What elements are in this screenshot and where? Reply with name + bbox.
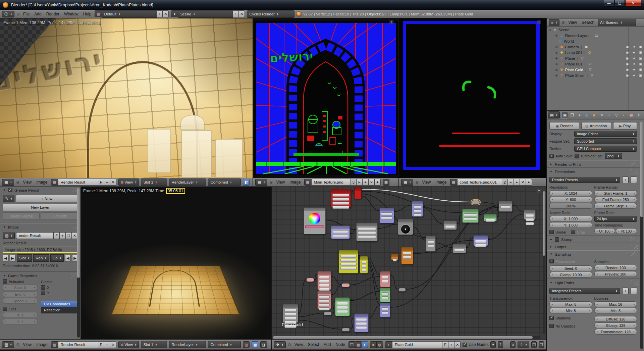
fake-user-button[interactable]: F: [98, 179, 104, 186]
panel-output[interactable]: ►Output: [547, 243, 640, 250]
outliner[interactable]: ≡ ▲▼ ⊖ View Search All Scenes▲▼ ⊖ ● Scen…: [547, 18, 644, 111]
node[interactable]: [306, 278, 314, 282]
outliner-item-plane[interactable]: ⊕ ▽ Plane | ▽ ◉ ➤ ▣: [547, 55, 644, 61]
checkbox-checked-icon[interactable]: [463, 343, 467, 347]
remove-preset-button[interactable]: −: [631, 177, 637, 183]
border-checkbox[interactable]: [549, 230, 554, 234]
remap-new-slider[interactable]: N: 100: [616, 228, 637, 234]
stamp-checkbox[interactable]: [555, 237, 559, 242]
renderable-camera-icon[interactable]: ▣: [637, 62, 644, 66]
tiles-toggle[interactable]: Tiles: [3, 307, 38, 311]
uv-coordinates-option[interactable]: UV Coordinates: [41, 301, 78, 307]
node[interactable]: [356, 222, 378, 241]
crop-checkbox[interactable]: [571, 230, 575, 234]
new-material-button[interactable]: +: [448, 341, 454, 348]
transmission-slider[interactable]: Transmission: 128: [594, 329, 637, 335]
image-editor-render[interactable]: ירושלים Frame:1 Mem:138.29M, Peak: 147.2…: [0, 18, 253, 187]
node[interactable]: [462, 209, 479, 223]
menu-select[interactable]: Select: [307, 342, 320, 347]
image-icon[interactable]: ▦: [51, 341, 58, 348]
node[interactable]: [324, 312, 332, 315]
tab-render-layers-icon[interactable]: ❐: [569, 112, 576, 118]
expand-icon[interactable]: ⊕: [555, 51, 558, 54]
material-name-field[interactable]: Plate Gold: [392, 341, 442, 348]
fake-user-button[interactable]: F: [442, 341, 448, 348]
menu-add[interactable]: Add: [33, 12, 43, 16]
users-count[interactable]: 2: [502, 179, 508, 186]
node[interactable]: [354, 187, 362, 199]
render-presets-select[interactable]: Render Presets▲▼: [549, 177, 620, 183]
tab-render-icon[interactable]: ▣: [561, 112, 568, 118]
node[interactable]: [360, 256, 368, 273]
pin-icon[interactable]: ✦: [526, 179, 532, 186]
expand-icon[interactable]: ⊕: [555, 34, 558, 37]
aspect-x-slider[interactable]: X: 1.000: [549, 216, 592, 221]
next-slot-button[interactable]: ▶: [10, 255, 15, 261]
minimize-button[interactable]: —: [604, 0, 614, 7]
region-plus-icon[interactable]: +: [537, 20, 541, 24]
panel-light-paths[interactable]: ▼Light Paths: [547, 279, 640, 286]
clamp-slider[interactable]: Clamp: 10.00: [549, 272, 592, 278]
snap-magnet-icon[interactable]: ∪: [510, 341, 516, 348]
checkbox-checked-icon[interactable]: [549, 316, 554, 320]
image-editor-render-preview[interactable]: Frame:1 Mem:138.29M, Peak: 147.29M Time:…: [81, 187, 271, 340]
pencil-source-select[interactable]: ✎▲▼: [3, 195, 14, 202]
tab-object-data-icon[interactable]: ▽: [613, 112, 620, 118]
channel-display-icon[interactable]: ◨: [260, 341, 267, 348]
image-icon[interactable]: ▦: [304, 179, 312, 186]
node[interactable]: [401, 247, 413, 264]
region-plus-icon[interactable]: +: [389, 20, 394, 24]
tab-object-icon[interactable]: ■: [591, 112, 598, 118]
delete-layout-button[interactable]: ✕: [162, 10, 169, 17]
collapse-menus-icon[interactable]: ⊖: [269, 180, 273, 185]
diffuse-slider[interactable]: Diffuse: 128: [594, 316, 637, 322]
view-mode-select[interactable]: ▦ View▲▼: [118, 341, 139, 348]
image-icon[interactable]: ▦: [450, 179, 458, 186]
image-browse-select[interactable]: ▦▲▼: [3, 232, 15, 239]
menu-view[interactable]: View: [567, 20, 578, 25]
outliner-item-plane-001[interactable]: ⊕ ▽ Plane.001 | ▽ ◉ ➤ ▣: [547, 61, 644, 67]
collapse-menus-icon[interactable]: ⊖: [16, 180, 19, 185]
prev-pass-button[interactable]: ◀: [65, 255, 71, 261]
node[interactable]: [380, 271, 390, 287]
new-image-button[interactable]: +: [104, 341, 110, 348]
menu-image[interactable]: Image: [288, 180, 302, 185]
menu-image[interactable]: Image: [434, 180, 448, 185]
menu-help[interactable]: Help: [82, 12, 93, 16]
slot-select[interactable]: Slot▲▼: [17, 254, 32, 262]
resolution-percent-slider[interactable]: 200%: [549, 203, 592, 209]
visibility-eye-icon[interactable]: ◉: [624, 62, 631, 66]
screen-layout-field[interactable]: Default▲▼: [102, 10, 157, 18]
auto-save-toggle[interactable]: Auto Save: [549, 154, 573, 158]
node[interactable]: [331, 225, 350, 239]
checkbox-icon[interactable]: [41, 285, 45, 290]
checkbox-checked-icon[interactable]: [549, 259, 554, 263]
screen-layout-icon[interactable]: ▦: [95, 10, 102, 17]
tab-material-icon[interactable]: ◐: [620, 112, 627, 118]
clamp-y-toggle[interactable]: Y: [41, 291, 78, 295]
view-mode-select[interactable]: ▦ View▲▼: [118, 179, 139, 186]
render-pass-select[interactable]: Combined▲▼: [208, 179, 241, 186]
editor-type-selector[interactable]: ▦ ▲▼: [401, 179, 413, 186]
pin-icon[interactable]: ✦: [490, 341, 496, 348]
glossy-slider[interactable]: Glossy: 128: [594, 322, 637, 328]
new-image-button[interactable]: +: [104, 179, 110, 186]
panel-image[interactable]: ▼Image: [0, 223, 80, 231]
properties-scrollbar[interactable]: [640, 121, 643, 349]
image-editor-tool-shelf[interactable]: ▼ Grease Pencil ✎▲▼ +New New Layer Delet…: [0, 187, 80, 340]
node[interactable]: [398, 219, 413, 235]
node[interactable]: [317, 271, 331, 290]
unlink-image-button[interactable]: ✕: [110, 341, 116, 348]
format-select[interactable]: png▲▼: [605, 153, 622, 159]
checkbox-checked-icon[interactable]: [549, 154, 554, 158]
menu-view[interactable]: View: [21, 342, 33, 347]
editor-type-selector[interactable]: ≡ ▲▼: [549, 19, 559, 26]
renderable-camera-icon[interactable]: ▣: [637, 56, 644, 60]
node[interactable]: [331, 189, 351, 208]
delete-frame-button[interactable]: Delete Frame: [3, 212, 40, 220]
fake-user-button[interactable]: F: [53, 232, 60, 239]
scene-field[interactable]: Scene▲▼: [178, 10, 233, 18]
new-image-button[interactable]: +: [362, 179, 369, 186]
visibility-eye-icon[interactable]: ◉: [624, 51, 631, 54]
node[interactable]: [304, 207, 326, 234]
